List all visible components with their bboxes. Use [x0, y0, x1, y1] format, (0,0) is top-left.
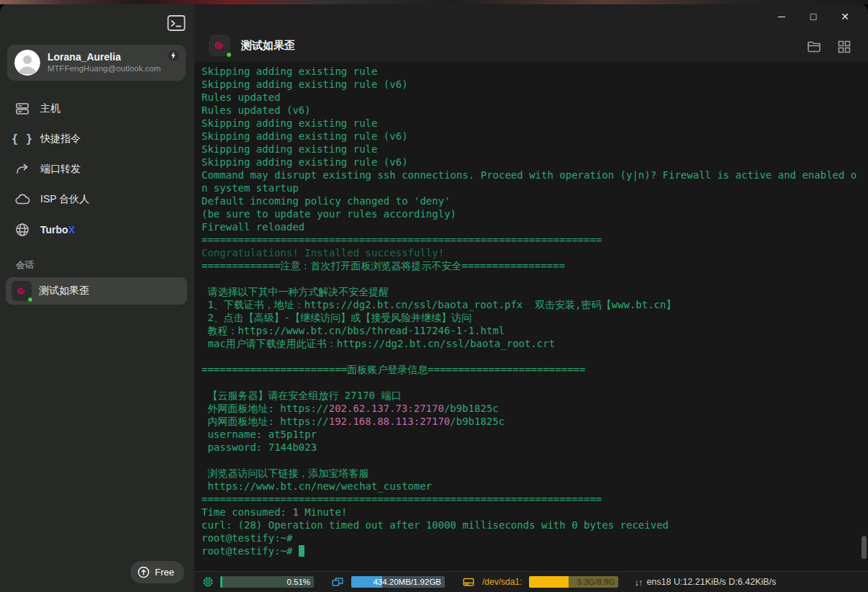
terminal-line: ========================================… [202, 233, 868, 246]
terminal-line: username: at5p1tpr [202, 428, 868, 441]
sidebar-item-label: ISP 合伙人 [40, 193, 89, 206]
network-traffic-label: ens18 U:12.21KiB/s D:6.42KiB/s [646, 577, 776, 587]
terminal-line: Rules updated (v6) [202, 104, 868, 117]
sidebar-nav: 主机 { } 快捷指令 端口转发 [0, 94, 194, 245]
terminal-line: 2、点击【高级】-【继续访问】或【接受风险并继续】访问 [202, 311, 868, 324]
sidebar-item-label: 主机 [40, 102, 60, 115]
terminal-line: 内网面板地址: https://192.168.88.113:27170/b9b… [202, 415, 868, 428]
terminal-line: curl: (28) Operation timed out after 100… [202, 519, 868, 532]
sftp-folder-icon[interactable] [806, 39, 822, 55]
terminal-line: ========================================… [202, 493, 868, 506]
terminal-output[interactable]: Skipping adding existing ruleSkipping ad… [194, 62, 868, 571]
sidebar-item-turbox[interactable]: TurboX [0, 215, 194, 245]
user-profile-card[interactable]: Lorana_Aurelia MTFFengHuang@outlook.com [7, 45, 186, 81]
terminal-scrollbar[interactable] [862, 536, 867, 559]
terminal-line: Skipping adding existing rule (v6) [202, 156, 868, 169]
session-title: 测试如果歪 [241, 39, 295, 53]
disk-usage-label: 3.3G/8.9G [577, 576, 615, 588]
terminal-line: mac用户请下载使用此证书：https://dg2.bt.cn/ssl/baot… [202, 337, 868, 350]
terminal-line: Skipping adding existing rule [202, 117, 868, 130]
server-status-bar: 0.51% 434.20MB/1.92GB [194, 571, 868, 592]
terminal-line: 【云服务器】请在安全组放行 27170 端口 [202, 389, 868, 402]
avatar [14, 50, 40, 76]
sidebar-item-isp-partner[interactable]: ISP 合伙人 [0, 184, 194, 215]
local-terminal-icon[interactable] [167, 14, 186, 32]
free-plan-button[interactable]: Free [130, 561, 184, 583]
terminal-line [202, 272, 868, 285]
terminal-line: password: 7144b023 [202, 441, 868, 454]
online-status-dot [226, 52, 232, 58]
disk-device-label: /dev/sda1: [482, 577, 522, 587]
window-controls: ─ □ ✕ [766, 7, 861, 26]
cpu-icon [202, 575, 214, 588]
server-icon [14, 101, 30, 117]
terminal-line: ========================面板账户登录信息========… [202, 363, 868, 376]
terminal-line: 请选择以下其中一种方式解决不安全提醒 [202, 285, 868, 298]
terminal-line: =============注意：首次打开面板浏览器将提示不安全=========… [202, 259, 868, 272]
memory-usage-bar: 434.20MB/1.92GB [351, 576, 445, 588]
terminal-line: Time consumed: 1 Minute! [202, 506, 868, 519]
terminal-line: Congratulations! Installed successfully! [202, 246, 868, 259]
terminal-line: 外网面板地址: https://202.62.137.73:27170/b9b1… [202, 402, 868, 415]
terminal-line: Skipping adding existing rule [202, 65, 868, 78]
online-status-dot [27, 297, 33, 302]
terminal-line [202, 454, 868, 467]
disk-usage-fill [529, 576, 569, 588]
lightning-icon [167, 49, 180, 62]
braces-icon: { } [14, 131, 30, 147]
app-window: Lorana_Aurelia MTFFengHuang@outlook.com [0, 4, 868, 592]
memory-icon [331, 575, 344, 588]
user-email: MTFFengHuang@outlook.com [48, 63, 161, 74]
split-grid-icon[interactable] [836, 39, 852, 55]
up-down-arrows-icon: ↓↑ [634, 577, 642, 588]
free-label: Free [155, 567, 174, 578]
terminal-line: Skipping adding existing rule [202, 143, 868, 156]
main-panel: ─ □ ✕ 测试如果歪 [194, 4, 868, 592]
terminal-line: Command may disrupt existing ssh connect… [202, 169, 868, 181]
titlebar: ─ □ ✕ 测试如果歪 [194, 4, 868, 62]
terminal-line: root@testify:~# [202, 532, 868, 544]
sidebar-item-label: TurboX [40, 224, 75, 236]
sidebar-item-label: 端口转发 [40, 163, 81, 176]
terminal-line: Skipping adding existing rule (v6) [202, 130, 868, 143]
session-name: 测试如果歪 [39, 284, 89, 297]
terminal-line: Default incoming policy changed to 'deny… [202, 194, 868, 207]
cloud-icon [14, 192, 30, 207]
turbox-x-accent: X [68, 224, 75, 236]
terminal-line: root@testify:~# [202, 544, 868, 557]
sidebar-item-label: 快捷指令 [40, 133, 81, 145]
globe-icon [14, 222, 30, 238]
minimize-button[interactable]: ─ [766, 7, 797, 26]
terminal-line [202, 376, 868, 389]
terminal-line: 教程：https://www.bt.cn/bbs/thread-117246-1… [202, 324, 868, 337]
sessions-section-label: 会话 [16, 259, 194, 272]
close-button[interactable]: ✕ [829, 7, 861, 26]
memory-usage-label: 434.20MB/1.92GB [373, 576, 441, 588]
session-list-item[interactable]: 测试如果歪 [6, 277, 187, 305]
user-name: Lorana_Aurelia [48, 51, 161, 63]
terminal-line: (be sure to update your rules accordingl… [202, 207, 868, 220]
upgrade-arrow-icon [137, 566, 150, 578]
terminal-line: Rules updated [202, 91, 868, 104]
sidebar: Lorana_Aurelia MTFFengHuang@outlook.com [0, 4, 194, 592]
terminal-line: https://www.bt.cn/new/wechat_customer [202, 480, 868, 493]
sidebar-item-quick-commands[interactable]: { } 快捷指令 [0, 124, 194, 154]
disk-icon [462, 575, 475, 588]
terminal-line: n system startup [202, 181, 868, 194]
cpu-usage-label: 0.51% [286, 576, 310, 588]
terminal-line: 1、下载证书，地址：https://dg2.bt.cn/ssl/baota_ro… [202, 298, 868, 311]
port-forward-icon [14, 161, 30, 177]
network-traffic: ↓↑ ens18 U:12.21KiB/s D:6.42KiB/s [634, 577, 776, 588]
cpu-usage-bar: 0.51% [220, 576, 314, 588]
terminal-line: Firewall reloaded [202, 220, 868, 233]
terminal-line [202, 350, 868, 363]
disk-usage-bar: 3.3G/8.9G [529, 576, 618, 588]
sidebar-item-hosts[interactable]: 主机 [0, 94, 194, 124]
cpu-usage-fill [220, 576, 222, 588]
terminal-line: 浏览器访问以下链接，添加宝塔客服 [202, 467, 868, 480]
maximize-button[interactable]: □ [797, 7, 829, 26]
terminal-line: Skipping adding existing rule (v6) [202, 78, 868, 91]
sidebar-item-port-forwarding[interactable]: 端口转发 [0, 154, 194, 184]
